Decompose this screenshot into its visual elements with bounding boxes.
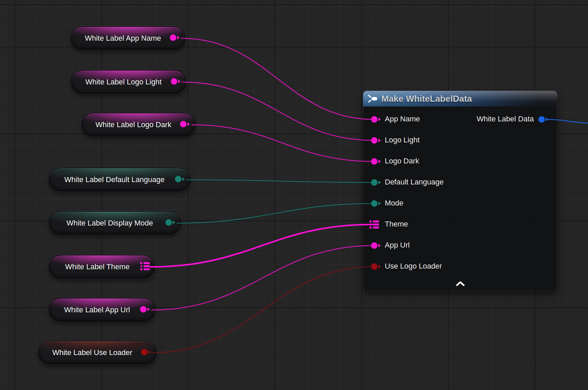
getter-node-white-label-theme[interactable]: White Label Theme [48, 255, 155, 279]
wire-white-label-logo-dark[interactable] [192, 125, 374, 161]
make-node-header[interactable]: Make WhiteLabelData [363, 91, 557, 106]
output-pin[interactable] [170, 78, 181, 86]
blueprint-graph-canvas[interactable]: White Label App Name White Label Logo Li… [0, 0, 588, 390]
make-whitelabeldata-node[interactable]: Make WhiteLabelData App Name Logo Light … [363, 91, 557, 291]
getter-node-white-label-default-language[interactable]: White Label Default Language [48, 168, 191, 192]
pin-label: Use Logo Loader [385, 262, 442, 271]
getter-node-label: White Label App Url [57, 306, 137, 314]
getter-node-label: White Label Default Language [57, 175, 172, 184]
output-pin[interactable] [174, 175, 185, 184]
circle-pin-icon[interactable] [141, 348, 151, 356]
wire-white-label-app-url[interactable] [152, 246, 374, 310]
circle-pin-icon[interactable] [165, 219, 176, 226]
wire-white-label-logo-light[interactable] [183, 82, 374, 140]
pin-label: App Name [385, 115, 420, 123]
circle-pin-icon[interactable] [180, 120, 190, 128]
getter-node-label: White Label App Name [79, 34, 167, 43]
output-pin[interactable] [169, 34, 180, 43]
output-pin[interactable] [180, 120, 190, 129]
pin-label: Default Language [385, 178, 444, 187]
pin-label: Theme [385, 220, 408, 229]
make-struct-icon [368, 95, 378, 103]
wire-white-label-app-name[interactable] [182, 38, 374, 119]
getter-node-white-label-display-mode[interactable]: White Label Display Mode [48, 211, 181, 235]
getter-node-white-label-use-loader[interactable]: White Label Use Loader [38, 340, 157, 365]
getter-node-label: White Label Logo Light [79, 78, 168, 86]
circle-pin-icon[interactable] [174, 175, 185, 183]
pin-label: App Url [385, 241, 410, 250]
getter-node-label: White Label Theme [57, 262, 138, 271]
wire-white-label-use-loader[interactable] [153, 267, 374, 353]
wire-white-label-display-mode[interactable] [177, 203, 374, 223]
output-pin[interactable] [140, 262, 150, 272]
pin-label: Logo Dark [385, 157, 419, 165]
collapse-node-button[interactable] [450, 279, 470, 288]
chevron-up-icon [456, 281, 465, 286]
pin-label: Mode [385, 199, 403, 208]
output-pin[interactable] [141, 348, 151, 357]
getter-node-white-label-app-name[interactable]: White Label App Name [70, 26, 186, 50]
getter-node-label: White Label Display Mode [57, 219, 162, 228]
getter-node-white-label-logo-light[interactable]: White Label Logo Light [70, 70, 187, 94]
circle-pin-icon[interactable] [170, 78, 181, 85]
pin-label: White Label Data [477, 115, 534, 123]
output-pin[interactable] [165, 219, 176, 228]
make-node-title: Make WhiteLabelData [381, 94, 472, 104]
circle-pin-icon[interactable] [169, 34, 180, 41]
pin-label: Logo Light [385, 136, 420, 144]
wire-white-label-default-language[interactable] [187, 180, 374, 182]
getter-node-label: White Label Logo Dark [90, 120, 177, 129]
circle-pin-icon[interactable] [140, 306, 150, 313]
wire-white-label-theme[interactable] [150, 225, 373, 267]
getter-node-white-label-app-url[interactable]: White Label App Url [48, 298, 156, 322]
output-pin[interactable] [140, 306, 150, 314]
getter-node-label: White Label Use Loader [47, 348, 138, 357]
struct-pin-icon[interactable] [140, 262, 150, 271]
getter-node-white-label-logo-dark[interactable]: White Label Logo Dark [81, 113, 196, 137]
